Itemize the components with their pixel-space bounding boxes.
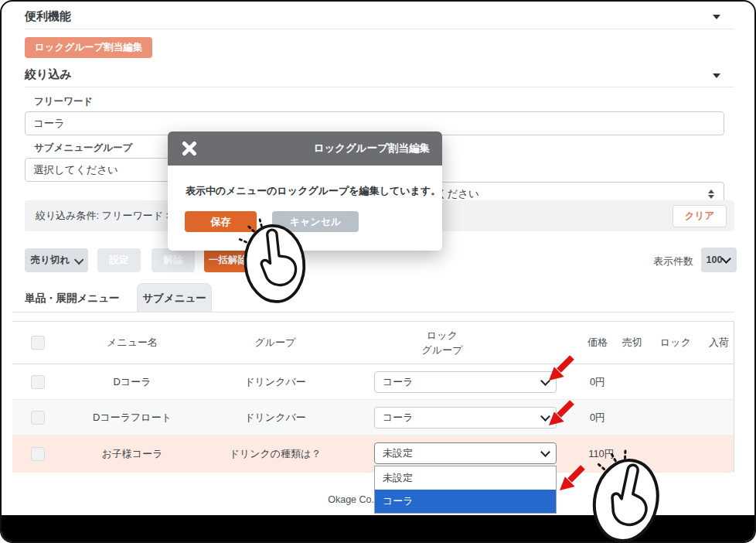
menu-name: Dコーラ xyxy=(59,364,206,399)
table-row: Dコーラフロート ドリンクバー コーラ 0円 xyxy=(12,400,734,435)
menu-name: Dコーラフロート xyxy=(59,400,206,435)
display-count-select[interactable]: 100 xyxy=(701,248,737,272)
filter-title: 絞り込み xyxy=(25,67,72,82)
menu-group: ドリンクバー xyxy=(206,364,345,399)
soldout-dropdown-button[interactable]: 売り切れ xyxy=(25,248,88,272)
menu-name: お子様コーラ xyxy=(59,435,206,473)
submenu-group-label: サブメニューグループ xyxy=(34,142,132,155)
handy-functions-title: 便利機能 xyxy=(25,9,71,24)
dropdown-option-unset[interactable]: 未設定 xyxy=(375,466,556,490)
row-checkbox[interactable] xyxy=(31,447,45,461)
modal-message: 表示中のメニューのロックグループを編集しています。 xyxy=(186,184,441,198)
row-checkbox[interactable] xyxy=(31,375,45,389)
tabs-underline xyxy=(12,312,734,312)
menu-group: ドリンクバー xyxy=(206,400,345,435)
tab-submenu[interactable]: サブメニュー xyxy=(137,283,212,312)
collapse-filter-icon[interactable] xyxy=(713,73,720,78)
chevron-down-icon xyxy=(540,447,550,457)
menu-group: ドリンクの種類は？ xyxy=(206,435,345,473)
chevron-down-icon xyxy=(74,254,84,265)
col-menu-name: メニュー名 xyxy=(59,322,206,364)
select-all-checkbox[interactable] xyxy=(31,336,45,350)
col-group: グループ xyxy=(206,322,345,364)
tap-cursor-icon xyxy=(227,210,317,310)
table-header-row: メニュー名 グループ ロック グループ 価格 売切 ロック 入荷 xyxy=(12,322,734,364)
lock-group-select[interactable]: コーラ xyxy=(374,407,557,429)
submenu-group-select-value: 選択してください xyxy=(33,163,118,177)
sort-updown-icon xyxy=(708,190,714,199)
display-count-value: 100 xyxy=(707,254,723,265)
release-button[interactable]: 解除 xyxy=(152,248,195,272)
copyright-text: Okage Co. xyxy=(280,494,374,505)
tab-single-menu[interactable]: 単品・展開メニュー xyxy=(25,286,119,311)
red-arrow-icon xyxy=(543,353,578,387)
menu-price: 0円 xyxy=(574,400,621,435)
col-lock-group: ロック グループ xyxy=(411,322,473,364)
divider xyxy=(25,87,734,87)
lock-group-select[interactable]: コーラ xyxy=(374,371,557,393)
red-arrow-icon xyxy=(543,398,578,432)
menu-price: 0円 xyxy=(574,364,621,399)
lock-group-dropdown-list: 未設定 コーラ xyxy=(374,466,557,514)
clear-button[interactable]: クリア xyxy=(673,205,727,227)
row-checkbox[interactable] xyxy=(31,411,45,425)
lock-group-select-open[interactable]: 未設定 xyxy=(374,442,557,464)
modal-header: ロックグループ割当編集 xyxy=(168,131,442,166)
divider xyxy=(25,29,734,29)
set-button[interactable]: 設定 xyxy=(97,248,141,272)
app-window: 便利機能 ロックグループ割当編集 絞り込み フリーワード サブメニューグループ … xyxy=(0,0,756,543)
chevron-down-icon xyxy=(721,254,731,264)
close-icon[interactable] xyxy=(182,141,197,156)
col-soldout: 売切 xyxy=(609,322,656,364)
display-count-label: 表示件数 xyxy=(653,254,693,268)
dropdown-option-cola[interactable]: コーラ xyxy=(375,490,556,513)
collapse-handy-icon[interactable] xyxy=(713,15,720,19)
col-arrival: 入荷 xyxy=(696,322,742,364)
soldout-dropdown-label: 売り切れ xyxy=(31,254,70,267)
modal-title: ロックグループ割当編集 xyxy=(314,142,430,155)
freeword-label: フリーワード xyxy=(34,95,93,108)
lock-group-assign-button[interactable]: ロックグループ割当編集 xyxy=(25,37,152,58)
col-lock: ロック xyxy=(652,322,699,364)
table-row: Dコーラ ドリンクバー コーラ 0円 xyxy=(12,364,734,400)
